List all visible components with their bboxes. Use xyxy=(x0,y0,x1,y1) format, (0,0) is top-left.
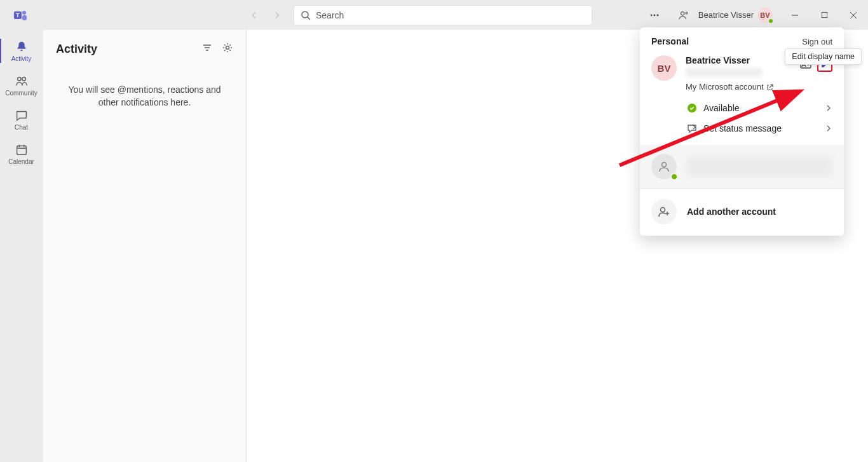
sign-out-link[interactable]: Sign out xyxy=(802,37,832,46)
settings-button[interactable] xyxy=(222,42,233,56)
other-account-row[interactable] xyxy=(640,145,844,188)
svg-point-14 xyxy=(226,46,229,50)
svg-rect-13 xyxy=(17,146,26,154)
activity-empty-text: You will see @mentions, reactions and ot… xyxy=(43,68,246,125)
chevron-right-icon xyxy=(825,104,832,112)
chat-icon xyxy=(15,109,29,123)
people-icon xyxy=(15,74,29,88)
nav-forward-button[interactable] xyxy=(267,5,287,25)
svg-point-11 xyxy=(17,77,20,81)
titlebar-right: Beatrice Visser BV xyxy=(640,0,868,30)
activity-title: Activity xyxy=(56,43,97,56)
svg-point-6 xyxy=(653,14,655,16)
edit-display-name-tooltip: Edit display name xyxy=(785,48,862,65)
profile-avatar: BV xyxy=(651,55,677,81)
window-close-button[interactable] xyxy=(839,0,868,30)
calendar-icon xyxy=(15,143,29,157)
activity-panel: Activity You will see @mentions, reactio… xyxy=(43,30,247,462)
rail-activity[interactable]: Activity xyxy=(0,34,43,68)
chevron-right-icon xyxy=(825,125,832,132)
svg-point-7 xyxy=(656,14,658,16)
add-another-label: Add another account xyxy=(687,207,776,217)
bell-icon xyxy=(15,40,29,54)
svg-point-1 xyxy=(22,11,26,15)
titlebar-user-name[interactable]: Beatrice Visser xyxy=(698,10,754,20)
more-options-button[interactable] xyxy=(640,0,669,30)
nav-back-button[interactable] xyxy=(244,5,264,25)
window-maximize-button[interactable] xyxy=(810,0,839,30)
svg-rect-10 xyxy=(822,12,827,17)
svg-text:T: T xyxy=(16,12,20,18)
activity-header: Activity xyxy=(43,30,246,68)
person-icon xyxy=(658,160,670,173)
other-account-redacted xyxy=(687,156,832,177)
profile-name: Beatrice Visser xyxy=(686,55,789,65)
my-microsoft-account-link[interactable]: My Microsoft account xyxy=(686,82,789,92)
nav-arrows xyxy=(244,5,287,25)
svg-point-12 xyxy=(22,77,25,81)
search-placeholder: Search xyxy=(316,10,344,20)
svg-point-8 xyxy=(681,11,684,15)
presence-available-icon xyxy=(670,173,678,180)
invite-people-button[interactable] xyxy=(669,0,698,30)
rail-calendar[interactable]: Calendar xyxy=(0,137,43,171)
search-icon xyxy=(301,10,311,20)
titlebar: T Search Beatrice Visser BV xyxy=(0,0,868,30)
rail-community[interactable]: Community xyxy=(0,68,43,102)
add-account-icon xyxy=(651,199,677,224)
add-another-account-row[interactable]: Add another account xyxy=(640,188,844,234)
svg-point-18 xyxy=(662,163,667,167)
window-minimize-button[interactable] xyxy=(780,0,810,30)
svg-point-9 xyxy=(686,12,688,14)
titlebar-avatar[interactable]: BV xyxy=(757,8,773,23)
svg-rect-2 xyxy=(22,15,27,20)
svg-point-4 xyxy=(302,11,308,18)
presence-available-icon xyxy=(768,18,774,24)
filter-button[interactable] xyxy=(201,42,213,56)
external-link-icon xyxy=(766,83,774,91)
svg-point-19 xyxy=(661,208,665,212)
rail-chat[interactable]: Chat xyxy=(0,102,43,137)
available-status-icon xyxy=(687,103,697,113)
presence-status-row[interactable]: Available xyxy=(640,98,844,118)
search-input[interactable]: Search xyxy=(294,5,592,25)
set-status-message-row[interactable]: Set status message xyxy=(640,118,844,139)
teams-logo: T xyxy=(0,8,41,23)
gear-icon xyxy=(222,42,233,53)
popup-section-label: Personal xyxy=(651,36,689,46)
status-message-icon xyxy=(687,123,697,133)
profile-email-redacted xyxy=(686,68,762,77)
left-rail: Activity Community Chat Calendar xyxy=(0,30,43,462)
other-account-avatar xyxy=(651,154,677,179)
svg-point-5 xyxy=(650,14,652,16)
